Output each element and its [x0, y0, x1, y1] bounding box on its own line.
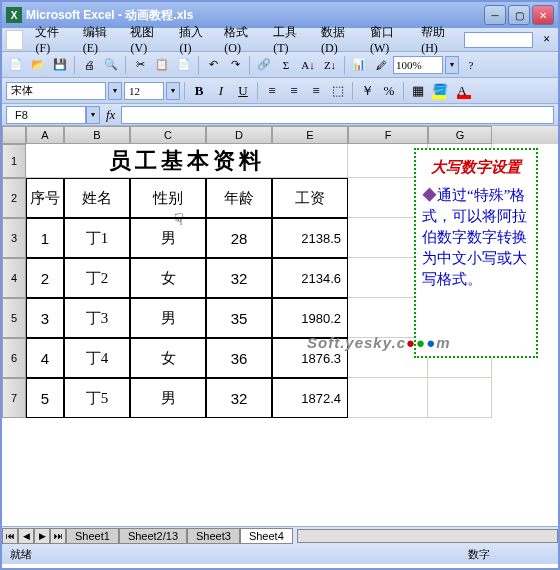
- menu-data[interactable]: 数据(D): [315, 22, 362, 58]
- menu-file[interactable]: 文件(F): [29, 22, 74, 58]
- cell-C5[interactable]: 男: [130, 298, 206, 338]
- sum-icon[interactable]: Σ: [276, 55, 296, 75]
- row-header-6[interactable]: 6: [2, 338, 26, 378]
- fill-color-button[interactable]: 🪣: [430, 81, 450, 101]
- row-header-4[interactable]: 4: [2, 258, 26, 298]
- sheet-tab-2[interactable]: Sheet2/13: [119, 528, 187, 544]
- menu-help[interactable]: 帮助(H): [415, 22, 462, 58]
- cell-E3[interactable]: 2138.5: [272, 218, 348, 258]
- col-header-D[interactable]: D: [206, 126, 272, 144]
- cell-B6[interactable]: 丁4: [64, 338, 130, 378]
- row-header-1[interactable]: 1: [2, 144, 26, 178]
- percent-button[interactable]: %: [379, 81, 399, 101]
- row-header-3[interactable]: 3: [2, 218, 26, 258]
- formula-input[interactable]: [121, 106, 554, 124]
- cell-G7[interactable]: [428, 378, 492, 418]
- cell-C3[interactable]: 男: [130, 218, 206, 258]
- close-button[interactable]: ✕: [532, 5, 554, 25]
- col-header-F[interactable]: F: [348, 126, 428, 144]
- col-header-B[interactable]: B: [64, 126, 130, 144]
- menu-tools[interactable]: 工具(T): [267, 22, 313, 58]
- paste-icon[interactable]: 📄: [174, 55, 194, 75]
- font-size-input[interactable]: 12: [124, 82, 164, 100]
- cell-C4[interactable]: 女: [130, 258, 206, 298]
- font-color-button[interactable]: A: [452, 81, 472, 101]
- merge-button[interactable]: ⬚: [328, 81, 348, 101]
- sort-desc-icon[interactable]: Z↓: [320, 55, 340, 75]
- cell-A2[interactable]: 序号: [26, 178, 64, 218]
- cell-C7[interactable]: 男: [130, 378, 206, 418]
- select-all-corner[interactable]: [2, 126, 26, 144]
- preview-icon[interactable]: 🔍: [101, 55, 121, 75]
- title-cell[interactable]: 员工基本资料: [26, 144, 348, 178]
- cell-A3[interactable]: 1: [26, 218, 64, 258]
- cell-D3[interactable]: 28: [206, 218, 272, 258]
- row-header-2[interactable]: 2: [2, 178, 26, 218]
- font-size-dropdown[interactable]: ▾: [166, 82, 180, 100]
- tab-nav-last[interactable]: ⏭: [50, 528, 66, 544]
- cell-D2[interactable]: 年龄: [206, 178, 272, 218]
- print-icon[interactable]: 🖨: [79, 55, 99, 75]
- cell-E7[interactable]: 1872.4: [272, 378, 348, 418]
- copy-icon[interactable]: 📋: [152, 55, 172, 75]
- cell-A4[interactable]: 2: [26, 258, 64, 298]
- col-header-G[interactable]: G: [428, 126, 492, 144]
- sheet-tab-1[interactable]: Sheet1: [66, 528, 119, 544]
- sheet-tab-3[interactable]: Sheet3: [187, 528, 240, 544]
- cell-F7[interactable]: [348, 378, 428, 418]
- redo-icon[interactable]: ↷: [225, 55, 245, 75]
- underline-button[interactable]: U: [233, 81, 253, 101]
- col-header-E[interactable]: E: [272, 126, 348, 144]
- cell-B7[interactable]: 丁5: [64, 378, 130, 418]
- cell-A7[interactable]: 5: [26, 378, 64, 418]
- cell-D7[interactable]: 32: [206, 378, 272, 418]
- cell-B3[interactable]: 丁1: [64, 218, 130, 258]
- help-icon[interactable]: ?: [461, 55, 481, 75]
- sort-asc-icon[interactable]: A↓: [298, 55, 318, 75]
- cell-E4[interactable]: 2134.6: [272, 258, 348, 298]
- cut-icon[interactable]: ✂: [130, 55, 150, 75]
- open-icon[interactable]: 📂: [28, 55, 48, 75]
- chart-icon[interactable]: 📊: [349, 55, 369, 75]
- horizontal-scrollbar[interactable]: [297, 529, 558, 543]
- menu-insert[interactable]: 插入(I): [173, 22, 216, 58]
- zoom-dropdown[interactable]: ▾: [445, 56, 459, 74]
- borders-button[interactable]: ▦: [408, 81, 428, 101]
- worksheet-grid[interactable]: ABCDEFG 1234567 员工基本资料序号姓名性别年龄工资1丁1男2821…: [2, 126, 558, 526]
- col-header-A[interactable]: A: [26, 126, 64, 144]
- menu-window[interactable]: 窗口(W): [364, 22, 413, 58]
- cell-D4[interactable]: 32: [206, 258, 272, 298]
- cell-C6[interactable]: 女: [130, 338, 206, 378]
- italic-button[interactable]: I: [211, 81, 231, 101]
- name-box-dropdown[interactable]: ▾: [86, 106, 100, 124]
- cell-D6[interactable]: 36: [206, 338, 272, 378]
- cell-D5[interactable]: 35: [206, 298, 272, 338]
- cell-B5[interactable]: 丁3: [64, 298, 130, 338]
- align-left-button[interactable]: ≡: [262, 81, 282, 101]
- bold-button[interactable]: B: [189, 81, 209, 101]
- fx-icon[interactable]: fx: [106, 107, 115, 123]
- tab-nav-prev[interactable]: ◀: [18, 528, 34, 544]
- menu-edit[interactable]: 编辑(E): [77, 22, 123, 58]
- help-search-input[interactable]: [464, 32, 533, 48]
- name-box[interactable]: F8: [6, 106, 86, 124]
- zoom-input[interactable]: 100%: [393, 56, 443, 74]
- cell-E2[interactable]: 工资: [272, 178, 348, 218]
- drawing-icon[interactable]: 🖉: [371, 55, 391, 75]
- new-icon[interactable]: 📄: [6, 55, 26, 75]
- save-icon[interactable]: 💾: [50, 55, 70, 75]
- tab-nav-next[interactable]: ▶: [34, 528, 50, 544]
- align-center-button[interactable]: ≡: [284, 81, 304, 101]
- undo-icon[interactable]: ↶: [203, 55, 223, 75]
- col-header-C[interactable]: C: [130, 126, 206, 144]
- cell-B2[interactable]: 姓名: [64, 178, 130, 218]
- app-menu-icon[interactable]: [6, 30, 23, 50]
- tab-nav-first[interactable]: ⏮: [2, 528, 18, 544]
- cell-A5[interactable]: 3: [26, 298, 64, 338]
- font-name-input[interactable]: 宋体: [6, 82, 106, 100]
- maximize-button[interactable]: ▢: [508, 5, 530, 25]
- row-header-5[interactable]: 5: [2, 298, 26, 338]
- sheet-tab-4[interactable]: Sheet4: [240, 528, 293, 544]
- align-right-button[interactable]: ≡: [306, 81, 326, 101]
- menu-view[interactable]: 视图(V): [124, 22, 171, 58]
